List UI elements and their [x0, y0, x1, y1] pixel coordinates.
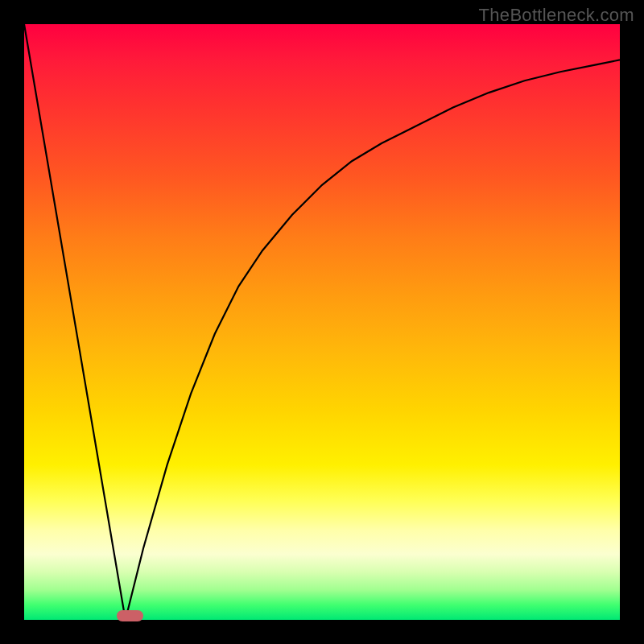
watermark-text: TheBottleneck.com: [479, 5, 634, 26]
chart-frame: TheBottleneck.com: [0, 0, 644, 644]
chart-gradient-background: [24, 24, 620, 620]
optimal-range-marker: [117, 610, 143, 621]
